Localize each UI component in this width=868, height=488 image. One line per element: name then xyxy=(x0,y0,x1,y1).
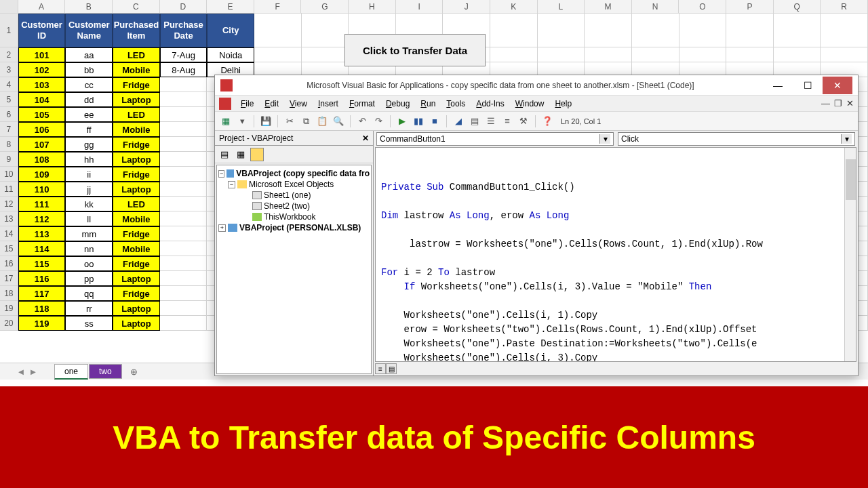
cell[interactable]: 8-Aug xyxy=(160,62,208,77)
cell[interactable]: Fridge xyxy=(113,137,160,152)
tree-collapse-icon[interactable]: − xyxy=(228,181,235,188)
sheet-tab-two[interactable]: two xyxy=(89,364,122,379)
menu-file[interactable]: File xyxy=(237,98,258,110)
row-number[interactable]: 6 xyxy=(0,107,18,122)
procedure-selector[interactable]: Click▾ xyxy=(618,132,855,146)
cell[interactable]: LED xyxy=(113,107,160,122)
object-browser-icon[interactable]: ≡ xyxy=(500,115,514,128)
column-header[interactable]: J xyxy=(443,0,490,13)
table-header-cell[interactable]: Purchased Item xyxy=(113,14,160,47)
cell[interactable]: Mobile xyxy=(113,211,160,226)
cell[interactable]: cc xyxy=(65,77,113,92)
row-number[interactable]: 7 xyxy=(0,122,18,137)
tree-sheet2[interactable]: Sheet2 (two) xyxy=(264,201,310,211)
cell[interactable] xyxy=(160,316,208,331)
cell[interactable] xyxy=(160,122,208,137)
cell[interactable]: 107 xyxy=(18,137,66,152)
row-number[interactable]: 16 xyxy=(0,256,18,271)
cell[interactable]: 117 xyxy=(18,286,66,301)
cell[interactable]: qq xyxy=(65,286,113,301)
cell[interactable] xyxy=(160,301,208,316)
cell[interactable]: 111 xyxy=(18,197,66,211)
column-header[interactable]: L xyxy=(538,0,585,13)
cell[interactable]: 106 xyxy=(18,122,66,137)
code-line[interactable]: Private Sub CommandButton1_Click() xyxy=(381,180,850,195)
row-number[interactable]: 14 xyxy=(0,226,18,241)
code-line[interactable]: Worksheets("one").Cells(i, 3).Copy xyxy=(381,351,850,362)
code-line[interactable] xyxy=(381,195,850,209)
row-number[interactable]: 20 xyxy=(0,316,18,331)
cell[interactable] xyxy=(538,47,585,62)
toggle-folders-icon[interactable] xyxy=(250,148,264,161)
paste-icon[interactable]: 📋 xyxy=(315,115,329,128)
cell[interactable] xyxy=(160,241,208,256)
code-line[interactable]: If Worksheets("one").Cells(i, 3).Value =… xyxy=(381,280,850,294)
find-icon[interactable]: 🔍 xyxy=(332,115,345,128)
cell[interactable]: Noida xyxy=(207,47,254,62)
cell[interactable]: rr xyxy=(65,301,113,316)
table-header-cell[interactable]: Purchase Date xyxy=(160,14,208,47)
cell[interactable] xyxy=(160,286,208,301)
code-line[interactable]: Worksheets("one").Paste Destination:=Wor… xyxy=(381,337,850,351)
toolbox-icon[interactable]: ⚒ xyxy=(517,115,530,128)
menu-window[interactable]: Window xyxy=(511,98,549,110)
table-header-cell[interactable]: City xyxy=(207,14,254,47)
cell[interactable] xyxy=(254,14,302,47)
cell[interactable] xyxy=(774,47,821,62)
cell[interactable]: nn xyxy=(65,241,113,256)
cell[interactable]: 109 xyxy=(18,167,66,182)
cell[interactable]: kk xyxy=(65,197,113,211)
menu-help[interactable]: Help xyxy=(551,98,576,110)
cell[interactable]: oo xyxy=(65,256,113,271)
cell[interactable]: 108 xyxy=(18,152,66,167)
tab-nav-next-icon[interactable]: ► xyxy=(28,367,38,376)
object-selector[interactable]: CommandButton1▾ xyxy=(376,132,614,146)
procedure-view-icon[interactable]: ≡ xyxy=(375,363,386,374)
cell[interactable] xyxy=(821,14,868,47)
cell[interactable]: ff xyxy=(65,122,113,137)
cell[interactable] xyxy=(160,256,208,271)
cell[interactable]: ll xyxy=(65,211,113,226)
row-number[interactable]: 19 xyxy=(0,301,18,316)
cell[interactable]: Laptop xyxy=(113,152,160,167)
cell[interactable]: Fridge xyxy=(113,226,160,241)
cell[interactable]: 114 xyxy=(18,241,66,256)
row-number[interactable]: 18 xyxy=(0,286,18,301)
pause-icon[interactable]: ▮▮ xyxy=(412,115,425,128)
code-line[interactable]: Dim lastrow As Long, erow As Long xyxy=(381,209,850,223)
cell[interactable]: 102 xyxy=(18,62,66,77)
child-minimize-icon[interactable]: — xyxy=(821,98,830,108)
cell[interactable]: dd xyxy=(65,92,113,107)
cell[interactable] xyxy=(160,77,208,92)
maximize-button[interactable]: ☐ xyxy=(793,77,823,94)
transfer-data-button[interactable]: Click to Transfer Data xyxy=(344,34,486,66)
cell[interactable]: gg xyxy=(65,137,113,152)
code-line[interactable]: erow = Worksheets("two").Cells(Rows.Coun… xyxy=(381,323,850,337)
child-restore-icon[interactable]: ❐ xyxy=(834,98,842,108)
cell[interactable]: 119 xyxy=(18,316,66,331)
column-header[interactable]: I xyxy=(396,0,443,13)
tab-nav-prev-icon[interactable]: ◄ xyxy=(16,367,26,376)
new-sheet-button[interactable]: ⊕ xyxy=(127,364,142,379)
cell[interactable]: Laptop xyxy=(113,271,160,286)
excel-icon[interactable]: ▦ xyxy=(219,115,233,128)
cell[interactable]: aa xyxy=(65,47,113,62)
cell[interactable]: Laptop xyxy=(113,316,160,331)
cell[interactable] xyxy=(160,107,208,122)
cell[interactable] xyxy=(160,182,208,197)
stop-icon[interactable]: ■ xyxy=(428,115,441,128)
cell[interactable]: 104 xyxy=(18,92,66,107)
cell[interactable]: 105 xyxy=(18,107,66,122)
child-close-icon[interactable]: ✕ xyxy=(846,98,854,108)
cell[interactable]: Fridge xyxy=(113,167,160,182)
cell[interactable] xyxy=(821,47,868,62)
column-header[interactable]: R xyxy=(821,0,868,13)
design-mode-icon[interactable]: ◢ xyxy=(452,115,465,128)
cell[interactable]: Fridge xyxy=(113,77,160,92)
column-header[interactable]: A xyxy=(18,0,66,13)
cell[interactable]: 115 xyxy=(18,256,66,271)
code-line[interactable] xyxy=(381,251,850,266)
cell[interactable]: mm xyxy=(65,226,113,241)
column-header[interactable]: H xyxy=(349,0,396,13)
cell[interactable] xyxy=(160,271,208,286)
